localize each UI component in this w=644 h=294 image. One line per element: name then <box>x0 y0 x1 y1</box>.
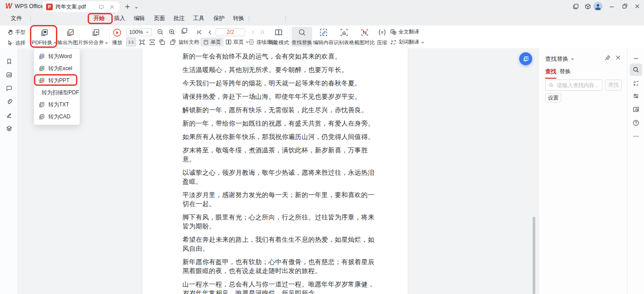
export-as-image-button[interactable]: 输出为图片 <box>57 27 83 47</box>
comments-panel-button[interactable] <box>5 84 13 92</box>
pdf-page[interactable]: 新的一年会有始终不及的运气，会有突如其来的欢喜。 生活温暖顺心，其他别无所求。要… <box>142 48 408 294</box>
select-tool-button[interactable]: 选择 <box>7 39 25 47</box>
tab-insert[interactable]: 插入 <box>114 15 125 22</box>
menu-item-convert-word[interactable]: 转为Word <box>34 50 80 63</box>
document-tab[interactable]: P 跨年文案.pdf <box>42 1 119 12</box>
signature-panel-button[interactable] <box>5 111 13 119</box>
tab-page[interactable]: 页面 <box>154 15 165 22</box>
read-mode-button[interactable]: 阅读模式 <box>267 27 290 47</box>
word-translate-button[interactable]: A 划词翻译 <box>390 39 424 46</box>
split-merge-button[interactable]: 拆分合并 <box>83 27 108 47</box>
zoom-level-select[interactable]: 100% <box>126 28 152 36</box>
find-tab[interactable]: 查找 <box>545 68 556 79</box>
help-sidebar-button[interactable] <box>632 119 640 127</box>
window-close-button[interactable] <box>633 2 641 10</box>
tab-tools[interactable]: 工具 <box>193 15 204 22</box>
find-replace-panel: 查找替换 查找 替换 查找 设置 <box>538 48 627 294</box>
file-menu[interactable]: 文件 <box>11 15 22 22</box>
settings-sidebar-button[interactable] <box>632 92 640 100</box>
rotate-document-label[interactable]: 旋转文档 <box>178 39 199 46</box>
floating-convert-button[interactable] <box>519 52 532 65</box>
previous-page-icon[interactable] <box>206 28 214 36</box>
paragraph: 以诚挚之心，领岁月教诲，敬年少热诚，愿将来胜过往，永远热泪盈眶。 <box>182 168 380 186</box>
paragraph: 脚下有风，眼里有光；心之所向，行之所往。过往皆为序章，将来皆为期盼。 <box>182 213 380 231</box>
navigation-sidebar-button[interactable] <box>632 105 640 113</box>
menu-item-convert-txt[interactable]: 转为TXT <box>34 99 80 111</box>
tab-list-chevron-icon[interactable] <box>132 4 140 12</box>
document-viewport[interactable]: 新的一年会有始终不及的运气，会有突如其来的欢喜。 生活温暖顺心，其他别无所求。要… <box>18 48 538 294</box>
new-tab-button[interactable] <box>123 3 131 11</box>
vertical-scrollbar[interactable] <box>533 217 535 294</box>
tab-convert[interactable]: 转换 <box>233 15 244 22</box>
compress-button[interactable]: 压缩 <box>374 27 390 47</box>
left-sidebar <box>0 48 18 294</box>
zoom-in-icon[interactable] <box>168 28 176 36</box>
collapse-panel-button[interactable] <box>632 55 640 63</box>
rotate-right-icon[interactable] <box>169 38 177 46</box>
search-icon <box>549 82 554 88</box>
select-tool-label: 选择 <box>15 40 25 46</box>
screenshot-compare-button[interactable]: 截图对比 <box>354 27 375 47</box>
rotate-document-icon[interactable] <box>180 27 188 35</box>
user-avatar[interactable] <box>593 2 602 11</box>
find-replace-button[interactable]: 查找替换 <box>292 27 312 47</box>
recognize-table-icon <box>340 28 348 37</box>
page-number-input[interactable] <box>216 28 245 36</box>
menu-item-convert-ppt[interactable]: 转为PPT <box>34 75 80 87</box>
attachments-panel-button[interactable] <box>5 97 13 105</box>
workspace-cube-icon[interactable] <box>584 2 592 10</box>
last-page-icon[interactable] <box>258 28 266 36</box>
find-panel-title-row: 查找替换 <box>545 55 574 63</box>
export-image-icon <box>66 28 75 38</box>
play-button[interactable]: 播放 <box>110 27 124 47</box>
workbench-stack-icon[interactable] <box>572 2 580 10</box>
tab-edit[interactable]: 编辑 <box>134 15 145 22</box>
more-sidebar-button[interactable] <box>632 132 640 140</box>
find-input[interactable] <box>556 82 599 89</box>
bookmarks-panel-button[interactable] <box>5 57 13 65</box>
recognize-table-label: 识别表格 <box>334 39 354 46</box>
find-panel-title: 查找替换 <box>545 55 568 63</box>
paragraph: 解锁新的一年，愿所有快乐，无需假装，此生尽兴，赤忱善良。 <box>182 105 380 114</box>
tab-comment[interactable]: 批注 <box>174 15 185 22</box>
fit-width-icon[interactable] <box>148 38 156 46</box>
replace-tab[interactable]: 替换 <box>559 68 571 78</box>
translate-sidebar-button[interactable]: A <box>632 79 640 87</box>
paragraph: 如果所有人祝你新年快乐，那我祝你遍历山河，仍觉得人间值得。 <box>182 132 380 141</box>
edit-content-label: 编辑内容 <box>313 39 334 46</box>
window-minimize-button[interactable] <box>608 3 616 11</box>
tab-home[interactable]: 开始 <box>93 15 105 22</box>
zoom-out-icon[interactable] <box>156 28 164 36</box>
paragraph: 今天我们一起等跨年的烟花，明天就一起等来年的春秋冬夏。 <box>182 79 380 88</box>
recognize-table-button[interactable]: 识别表格 <box>334 27 354 47</box>
paragraph: 新的一年，带给你一如既往的祝愿，有盛天共赏，有爱人在身旁。 <box>182 119 380 128</box>
fit-page-icon[interactable] <box>138 38 146 46</box>
first-page-icon[interactable] <box>195 28 203 36</box>
edit-content-button[interactable]: 编辑内容 <box>313 27 334 47</box>
menu-item-convert-scanned-pdf[interactable]: 转为扫描型PDF <box>34 87 80 99</box>
menu-item-convert-cad[interactable]: 转为CAD <box>34 111 80 123</box>
close-panel-button[interactable] <box>615 55 621 61</box>
find-sidebar-button[interactable] <box>630 63 642 76</box>
window-restore-button[interactable] <box>621 2 629 10</box>
find-settings-button[interactable]: 设置 <box>545 93 561 102</box>
double-page-mode-button[interactable]: 双页 <box>224 38 251 46</box>
thumbnails-panel-button[interactable] <box>5 71 13 79</box>
pin-panel-button[interactable] <box>604 55 611 61</box>
rotate-left-icon[interactable] <box>158 38 166 46</box>
single-page-mode-button[interactable]: 单页 <box>200 38 224 46</box>
tab-protect[interactable]: 保护 <box>213 15 225 22</box>
pdf-convert-button[interactable]: W PDF转换 <box>31 27 57 47</box>
find-button[interactable]: 查找 <box>605 80 622 91</box>
tab-close-icon[interactable] <box>108 3 116 11</box>
next-page-icon[interactable] <box>249 28 257 36</box>
paragraph: 希望在奔赴未来的路上，我们有着生生不息的热爱，如星灿烂，如风自由。 <box>182 235 380 253</box>
chevron-down-icon[interactable] <box>571 57 574 61</box>
hand-tool-button[interactable]: 手型 <box>7 28 25 36</box>
tab-window-icon[interactable] <box>97 3 105 11</box>
layers-panel-button[interactable] <box>5 124 13 132</box>
full-text-translate-button[interactable]: A 全文翻译 <box>390 29 419 35</box>
menu-item-convert-excel[interactable]: 转为Excel <box>34 63 80 75</box>
paragraph: 新年愿你有盔甲，也有软肋；心中有傲骨，也有慈悲；有披着星辰黑着眼眶的夜，也有说走… <box>182 257 380 275</box>
actual-size-button[interactable]: 1:1 <box>126 38 136 46</box>
